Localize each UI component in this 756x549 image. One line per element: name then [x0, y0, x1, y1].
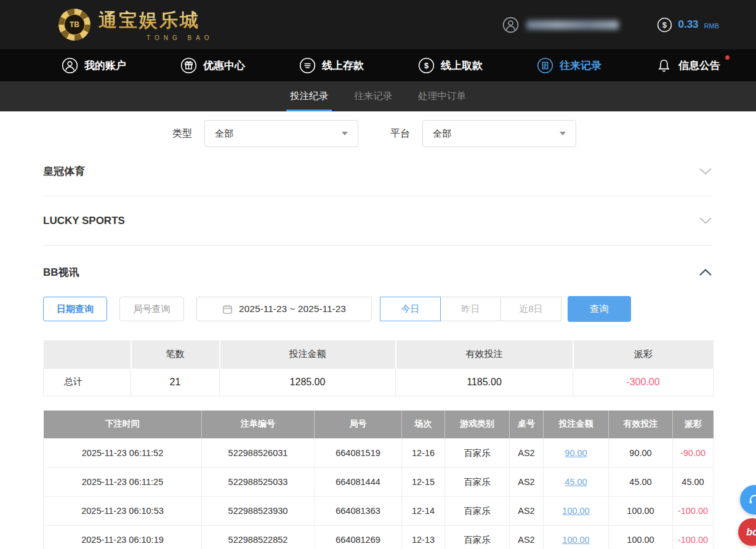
cell-session: 12-14	[402, 497, 445, 526]
deposit-icon	[299, 57, 316, 74]
type-filter-label: 类型	[172, 127, 192, 140]
chevron-down-icon	[698, 216, 713, 225]
search-button[interactable]: 查询	[568, 296, 631, 322]
tab-transaction-records[interactable]: 往来记录	[354, 81, 392, 111]
table-row: 2025-11-23 06:10:53522988523930664081363…	[44, 497, 714, 526]
nav-item-deposit[interactable]: 线上存款	[299, 57, 364, 74]
cell-bet-amount: 45.00	[544, 468, 609, 497]
nav-item-my-account[interactable]: 我的账户	[62, 57, 126, 74]
section-bb-video[interactable]: BB视讯	[43, 246, 713, 290]
balance[interactable]: $ 0.33 RMB	[657, 17, 719, 33]
cell-order-id: 522988526031	[202, 439, 315, 468]
section-title: 皇冠体育	[43, 164, 85, 178]
col-header-bet-amount: 投注金额	[544, 411, 609, 439]
chevron-up-icon	[698, 268, 713, 277]
platform-select[interactable]: 全部	[422, 120, 576, 147]
cell-valid-bet: 100.00	[609, 497, 673, 526]
type-select-value: 全部	[215, 128, 233, 140]
summary-header-empty	[44, 340, 131, 368]
col-header-payout: 派彩	[673, 411, 714, 439]
bet-amount-link[interactable]: 45.00	[565, 477, 587, 487]
cell-bet-amount: 100.00	[544, 497, 609, 526]
dollar-coin-icon: $	[657, 17, 672, 33]
floating-badge-button[interactable]: bc	[738, 518, 756, 546]
cell-game-type: 百家乐	[445, 468, 510, 497]
col-header-game-type: 游戏类别	[445, 411, 510, 439]
nav-label: 优惠中心	[203, 58, 245, 73]
summary-bet-amount-value: 1285.00	[220, 368, 396, 396]
col-header-bet-time: 下注时间	[44, 411, 202, 439]
cell-round-id: 664081269	[315, 526, 402, 549]
round-query-button[interactable]: 局号查询	[119, 297, 184, 321]
balance-currency: RMB	[704, 22, 719, 30]
cell-order-id: 522988525033	[202, 468, 315, 497]
nav-item-promotions[interactable]: 优惠中心	[180, 57, 245, 74]
records-icon	[537, 57, 553, 74]
summary-total-row: 总计 21 1285.00 1185.00 -300.00	[44, 368, 714, 396]
sub-tabs: 投注纪录 往来记录 处理中订单	[0, 81, 756, 111]
cell-payout: -90.00	[673, 439, 714, 468]
date-query-button[interactable]: 日期查询	[43, 297, 107, 321]
cell-bet-time: 2025-11-23 06:10:53	[44, 497, 202, 526]
bet-amount-link[interactable]: 90.00	[565, 448, 587, 458]
platform-filter-label: 平台	[390, 127, 410, 140]
cell-payout: 45.00	[673, 468, 714, 497]
section-lucky-sports[interactable]: LUCKY SPORTS	[43, 196, 713, 246]
last-8-days-button[interactable]: 近8日	[501, 297, 561, 321]
nav-label: 往来记录	[560, 58, 601, 73]
cell-bet-time: 2025-11-23 06:10:19	[44, 526, 202, 549]
nav-item-withdraw[interactable]: $ 线上取款	[418, 57, 483, 74]
platform-sections: 皇冠体育 LUCKY SPORTS BB视讯	[43, 147, 713, 290]
user-icon	[62, 57, 78, 74]
cell-valid-bet: 45.00	[609, 468, 673, 497]
cell-bet-time: 2025-11-23 06:11:52	[44, 439, 202, 468]
summary-count-value: 21	[131, 368, 220, 396]
tab-processing-orders[interactable]: 处理中订单	[418, 81, 466, 111]
date-range-value: 2025-11-23 ~ 2025-11-23	[239, 303, 346, 315]
svg-text:$: $	[424, 61, 428, 70]
date-range-picker[interactable]: 2025-11-23 ~ 2025-11-23	[196, 297, 372, 321]
chip-label: TB	[64, 14, 85, 35]
bet-amount-link[interactable]: 100.00	[562, 506, 589, 516]
nav-item-records[interactable]: 往来记录	[537, 57, 601, 74]
cell-game-type: 百家乐	[445, 526, 510, 549]
brand-text: 通宝娱乐城 TONG BAO	[99, 8, 214, 41]
nav-label: 线上取款	[441, 58, 483, 73]
chevron-down-icon	[342, 132, 348, 135]
type-select[interactable]: 全部	[204, 120, 358, 147]
balance-amount: 0.33	[678, 18, 698, 31]
cell-bet-amount: 100.00	[544, 526, 609, 549]
section-crown-sports[interactable]: 皇冠体育	[43, 147, 713, 196]
section-title: LUCKY SPORTS	[43, 215, 125, 227]
chevron-down-icon	[560, 132, 566, 135]
cell-payout: -100.00	[673, 526, 714, 549]
withdraw-icon: $	[418, 57, 435, 74]
gift-icon	[180, 57, 197, 74]
customer-service-button[interactable]	[740, 485, 756, 515]
brand-logo[interactable]: TB 通宝娱乐城 TONG BAO	[58, 8, 214, 41]
cell-bet-amount: 90.00	[544, 439, 609, 468]
table-row: 2025-11-23 06:11:52522988526031664081519…	[44, 439, 714, 468]
col-header-round-id: 局号	[315, 411, 402, 439]
top-header: TB 通宝娱乐城 TONG BAO $ 0.33	[0, 0, 756, 49]
cell-payout: -100.00	[673, 497, 714, 526]
bell-icon	[656, 57, 672, 74]
today-button[interactable]: 今日	[380, 297, 441, 321]
summary-header-row: 笔数 投注金额 有效投注 派彩	[44, 340, 714, 368]
bet-amount-link[interactable]: 100.00	[562, 535, 589, 545]
filter-row: 类型 全部 平台 全部	[172, 120, 756, 147]
cell-game-type: 百家乐	[445, 497, 510, 526]
cell-session: 12-13	[402, 526, 445, 549]
cell-round-id: 664081519	[315, 439, 402, 468]
yesterday-button[interactable]: 昨日	[440, 297, 501, 321]
tab-betting-records[interactable]: 投注纪录	[290, 81, 328, 111]
nav-item-announcements[interactable]: 信息公告	[656, 57, 720, 74]
user-account[interactable]	[502, 17, 619, 33]
cell-table-no: AS2	[510, 439, 544, 468]
chevron-down-icon	[698, 167, 713, 176]
cell-order-id: 522988522852	[202, 526, 315, 549]
page: TB 通宝娱乐城 TONG BAO $ 0.33	[0, 0, 756, 549]
nav-label: 线上存款	[322, 58, 364, 73]
summary-header-count: 笔数	[131, 340, 220, 368]
username-masked	[526, 20, 619, 30]
